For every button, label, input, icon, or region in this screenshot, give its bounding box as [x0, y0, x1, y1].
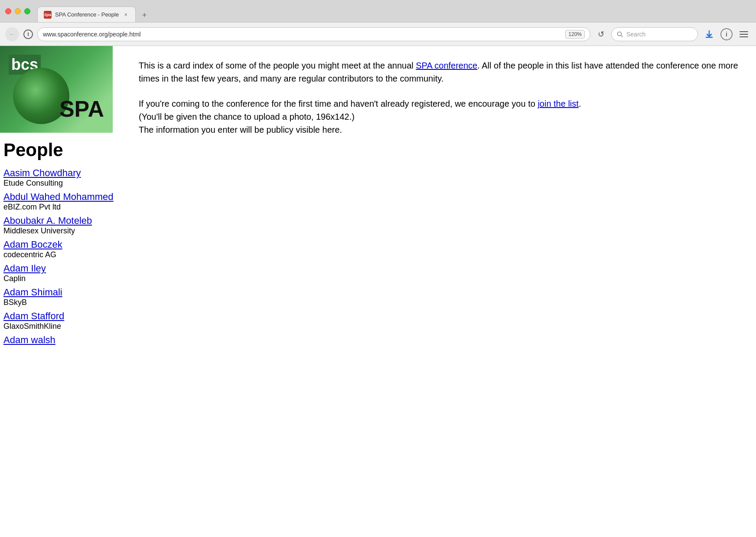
navigation-bar: ← i www.spaconference.org/people.html 12… [0, 23, 756, 46]
list-item: Abdul Wahed MohammedeBIZ.com Pvt ltd [3, 191, 118, 212]
reload-button[interactable]: ↺ [595, 28, 607, 40]
person-org: eBIZ.com Pvt ltd [3, 203, 61, 211]
spa-conference-link[interactable]: SPA conference [416, 61, 477, 70]
main-content: This is a card index of some of the peop… [121, 46, 756, 537]
svg-line-1 [621, 35, 623, 37]
person-name-link[interactable]: Aboubakr A. Moteleb [3, 215, 118, 226]
url-text: www.spaconference.org/people.html [43, 31, 141, 38]
search-placeholder: Search [626, 31, 645, 38]
page-content: bcs SPA People Aasim ChowdharyEtude Cons… [0, 46, 756, 537]
tab-close-button[interactable]: × [122, 11, 129, 18]
close-window-button[interactable] [5, 8, 11, 14]
people-list: Aasim ChowdharyEtude ConsultingAbdul Wah… [0, 167, 121, 346]
second-para-before: If you're coming to the conference for t… [139, 99, 538, 108]
list-item: Adam walsh [3, 334, 118, 346]
person-name-link[interactable]: Adam Shimali [3, 287, 118, 298]
second-para-after: . [579, 99, 581, 108]
zoom-badge: 120% [565, 30, 585, 39]
list-item: Adam Boczekcodecentric AG [3, 239, 118, 259]
search-icon [617, 31, 623, 37]
person-org: GlaxoSmithKline [3, 322, 61, 331]
download-button[interactable] [702, 27, 716, 41]
list-item: Aasim ChowdharyEtude Consulting [3, 167, 118, 188]
maximize-window-button[interactable] [24, 8, 30, 14]
person-org: codecentric AG [3, 250, 56, 259]
person-org: Middlesex University [3, 226, 75, 235]
traffic-lights [5, 8, 30, 14]
info-button[interactable]: i [23, 29, 33, 39]
search-box[interactable]: Search [611, 27, 698, 41]
bcs-spa-logo: bcs SPA [0, 46, 113, 133]
visibility-note: The information you enter will be public… [139, 125, 342, 134]
list-item: Adam ShimaliBSkyB [3, 287, 118, 307]
spa-text: SPA [59, 96, 104, 122]
person-name-link[interactable]: Aasim Chowdhary [3, 167, 118, 179]
browser-window: Spa SPA Conference - People × + ← i www.… [0, 0, 756, 537]
back-button[interactable]: ← [5, 27, 19, 41]
tab-favicon: Spa [44, 11, 52, 19]
new-tab-button[interactable]: + [137, 8, 151, 22]
join-list-link[interactable]: join the list [538, 99, 579, 108]
circle-info-button[interactable]: i [720, 28, 733, 40]
logo-inner: bcs SPA [4, 50, 108, 128]
minimize-window-button[interactable] [15, 8, 21, 14]
person-name-link[interactable]: Abdul Wahed Mohammed [3, 191, 118, 203]
person-name-link[interactable]: Adam Boczek [3, 239, 118, 250]
download-icon [704, 29, 714, 39]
active-tab[interactable]: Spa SPA Conference - People × [37, 7, 136, 22]
list-item: Aboubakr A. MotelebMiddlesex University [3, 215, 118, 236]
second-paragraph: If you're coming to the conference for t… [139, 97, 739, 136]
person-name-link[interactable]: Adam Iley [3, 263, 118, 274]
tab-bar: Spa SPA Conference - People × + [37, 0, 751, 22]
list-item: Adam IleyCaplin [3, 263, 118, 283]
intro-paragraph: This is a card index of some of the peop… [139, 59, 739, 85]
person-name-link[interactable]: Adam Stafford [3, 311, 118, 322]
menu-icon [740, 34, 748, 35]
person-org: BSkyB [3, 298, 27, 307]
person-name-link[interactable]: Adam walsh [3, 334, 118, 346]
menu-icon [740, 36, 748, 37]
list-item: Adam StaffordGlaxoSmithKline [3, 311, 118, 331]
menu-icon [740, 31, 748, 32]
tab-title: SPA Conference - People [55, 11, 119, 18]
title-bar: Spa SPA Conference - People × + [0, 0, 756, 23]
person-org: Caplin [3, 274, 26, 283]
person-org: Etude Consulting [3, 179, 63, 187]
photo-note: (You'll be given the chance to upload a … [139, 112, 355, 121]
menu-button[interactable] [737, 27, 751, 41]
page-title: People [0, 133, 121, 167]
sidebar: bcs SPA People Aasim ChowdharyEtude Cons… [0, 46, 121, 537]
address-bar[interactable]: www.spaconference.org/people.html 120% [37, 27, 590, 41]
